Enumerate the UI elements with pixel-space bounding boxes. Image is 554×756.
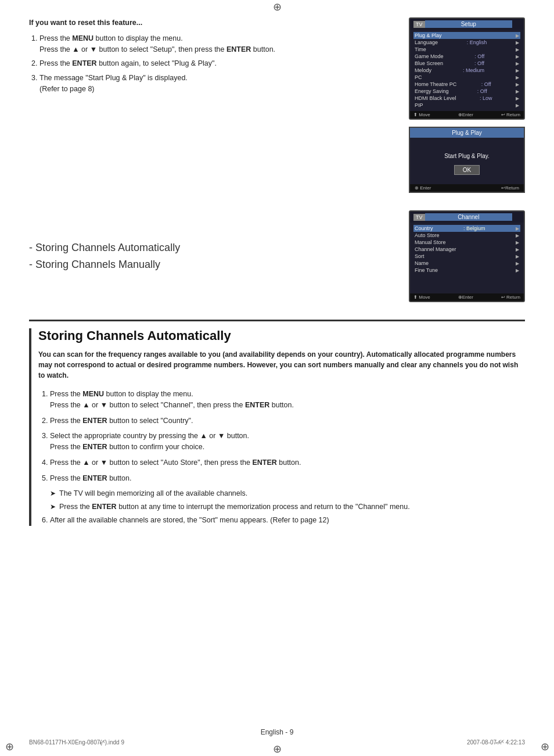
arrow-item-2: ➤ Press the ENTER button at any time to … [38, 501, 525, 513]
top-steps-list: Press the MENU button to display the men… [39, 33, 391, 95]
setup-menu-pc: PC ▶ [413, 74, 520, 81]
channel-screen: TV Channel Country : Belgium ▶ Auto Stor… [409, 210, 525, 302]
enter-bold-arrow: ENTER [92, 503, 116, 511]
reg-mark-bottom: ⊕ [272, 744, 282, 754]
footer-file-info: BN68-01177H-X0Eng-0807(ཛྷ).indd 9 [29, 739, 124, 746]
channel-screen-body: Country : Belgium ▶ Auto Store ▶ Manual … [410, 223, 524, 293]
setup-footer-enter: ⊕Enter [458, 112, 473, 117]
menu-bold-main-1: MENU [82, 390, 104, 398]
tv-label-channel: TV [413, 214, 425, 221]
main-steps-list: Press the MENU button to display the men… [50, 389, 525, 483]
top-step-1: Press the MENU button to display the men… [39, 33, 391, 55]
setup-menu-energy: Energy Saving : Off ▶ [413, 88, 520, 95]
page-footer: English - 9 BN68-01177H-X0Eng-0807(ཛྷ).i… [0, 728, 554, 746]
plug-play-popup: Plug & Play Start Plug & Play. OK ⊕ Ente… [409, 127, 525, 193]
top-left-text: If you want to reset this feature... Pre… [29, 17, 391, 193]
channel-title: Channel [425, 213, 512, 221]
top-section: If you want to reset this feature... Pre… [29, 17, 525, 193]
middle-section: - Storing Channels Automatically - Stori… [29, 210, 525, 302]
plug-play-popup-header: Plug & Play [410, 128, 524, 138]
arrow-text-1: The TV will begin memorizing all of the … [59, 488, 247, 499]
plug-play-message: Start Plug & Play. [444, 153, 490, 159]
setup-menu-language: Language : English ▶ [413, 39, 520, 46]
enter-bold-2: ENTER [72, 59, 96, 67]
channel-screen-header: TV Channel [410, 212, 524, 223]
enter-bold-main-4: ENTER [252, 458, 276, 467]
setup-menu-home-theatre: Home Theatre PC : Off ▶ [413, 81, 520, 88]
main-step-3: Select the appropriate country by pressi… [50, 431, 525, 453]
setup-menu-melody: Melody : Medium ▶ [413, 67, 520, 74]
intro-text: You can scan for the frequency ranges av… [38, 349, 525, 381]
top-step-2: Press the ENTER button again, to select … [39, 58, 391, 69]
middle-left-titles: - Storing Channels Automatically - Stori… [29, 210, 391, 302]
arrow-sym-2: ➤ [50, 501, 56, 512]
tv-label-setup: TV [413, 21, 425, 28]
main-step-6-list: After all the available channels are sto… [50, 515, 525, 526]
main-content-section: Storing Channels Automatically You can s… [29, 328, 525, 526]
setup-menu-pip: PIP ▶ [413, 102, 520, 109]
setup-screen: TV Setup Plug & Play ▶ Language : Englis… [409, 17, 525, 120]
channel-footer-enter: ⊕Enter [458, 295, 473, 300]
setup-menu-game-mode: Game Mode : Off ▶ [413, 53, 520, 60]
top-right-screens: TV Setup Plug & Play ▶ Language : Englis… [409, 17, 525, 193]
section-title-manual: - Storing Channels Manually [29, 259, 391, 271]
setup-screen-header: TV Setup [410, 19, 524, 30]
section-title-auto: - Storing Channels Automatically [29, 242, 391, 254]
plug-play-popup-footer: ⊕ Enter ↩Return [410, 184, 524, 192]
channel-menu-name: Name ▶ [413, 260, 520, 267]
main-step-4: Press the ▲ or ▼ button to select "Auto … [50, 457, 525, 468]
footer-language-page: English - 9 [261, 728, 294, 736]
setup-title: Setup [425, 20, 512, 28]
arrow-text-2: Press the ENTER button at any time to in… [59, 501, 410, 513]
main-step-5: Press the ENTER button. [50, 473, 525, 484]
channel-footer-move: ⬆ Move [413, 295, 430, 300]
enter-bold-1: ENTER [226, 45, 251, 53]
main-step-1: Press the MENU button to display the men… [50, 389, 525, 411]
footer-date-info: 2007-08-07 ཛྷཛྷ 4:22:13 [467, 739, 525, 746]
main-title: Storing Channels Automatically [38, 328, 525, 343]
setup-screen-body: Plug & Play ▶ Language : English ▶ Time … [410, 30, 524, 111]
plug-play-popup-body: Start Plug & Play. OK [410, 138, 524, 184]
setup-footer-return: ↩ Return [501, 112, 520, 117]
enter-bold-main-3: ENTER [82, 443, 107, 451]
enter-bold-main-5: ENTER [82, 474, 107, 482]
content-area: If you want to reset this feature... Pre… [0, 0, 554, 553]
setup-footer-move: ⬆ Move [413, 112, 430, 117]
enter-bold-main-2: ENTER [82, 417, 107, 425]
setup-screen-footer: ⬆ Move ⊕Enter ↩ Return [410, 111, 524, 119]
channel-menu-manager: Channel Manager ▶ [413, 246, 520, 253]
channel-menu-manual-store: Manual Store ▶ [413, 239, 520, 246]
plug-play-footer-return: ↩Return [501, 185, 519, 191]
channel-menu-country: Country : Belgium ▶ [413, 225, 520, 232]
channel-menu-auto-store: Auto Store ▶ [413, 232, 520, 239]
if-heading: If you want to reset this feature... [29, 17, 391, 28]
setup-menu-blue-screen: Blue Screen : Off ▶ [413, 60, 520, 67]
main-step-6: After all the available channels are sto… [50, 515, 525, 526]
plug-play-footer-enter: ⊕ Enter [415, 185, 431, 191]
main-step-2: Press the ENTER button to select "Countr… [50, 415, 525, 427]
setup-menu-hdmi: HDMI Black Level : Low ▶ [413, 95, 520, 102]
top-step-3: The message "Start Plug & Play" is displ… [39, 73, 391, 95]
plug-play-ok-button[interactable]: OK [454, 165, 480, 175]
arrow-sym-1: ➤ [50, 488, 56, 499]
enter-bold-main-1: ENTER [245, 401, 269, 409]
arrow-item-1: ➤ The TV will begin memorizing all of th… [38, 488, 525, 499]
footer-meta: BN68-01177H-X0Eng-0807(ཛྷ).indd 9 2007-0… [0, 739, 554, 746]
setup-menu-plug-play: Plug & Play ▶ [413, 32, 520, 39]
menu-bold-1: MENU [72, 34, 93, 42]
channel-footer-return: ↩ Return [501, 295, 520, 300]
channel-menu-fine-tune: Fine Tune ▶ [413, 267, 520, 274]
channel-screen-footer: ⬆ Move ⊕Enter ↩ Return [410, 293, 524, 301]
section-divider [29, 320, 525, 321]
channel-menu-sort: Sort ▶ [413, 253, 520, 260]
setup-menu-time: Time ▶ [413, 46, 520, 53]
